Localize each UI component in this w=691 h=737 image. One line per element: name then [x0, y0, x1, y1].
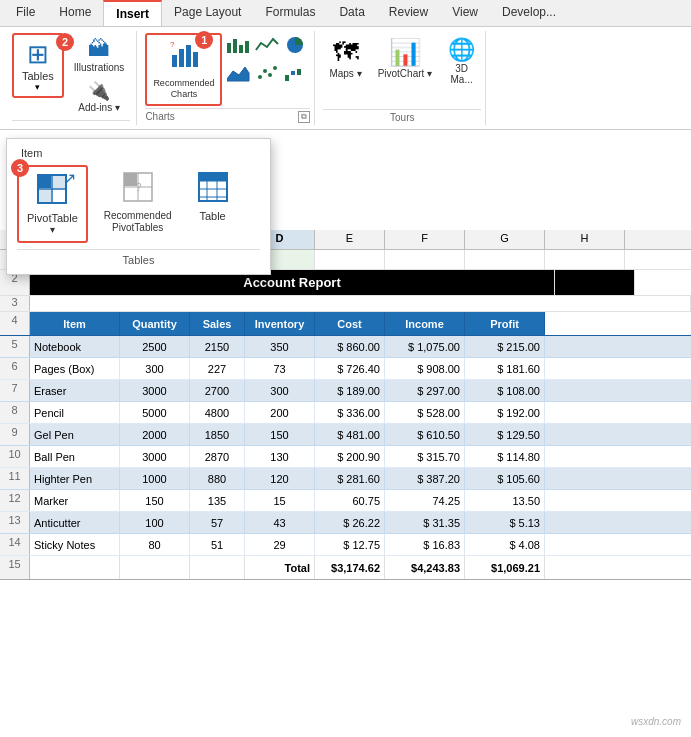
th-item[interactable]: Item: [30, 312, 120, 335]
tab-file[interactable]: File: [4, 0, 47, 26]
area-chart-button[interactable]: [224, 61, 252, 88]
cell-f7[interactable]: $ 297.00: [385, 380, 465, 401]
waterfall-chart-button[interactable]: [282, 61, 310, 88]
cell-a15[interactable]: [30, 556, 120, 579]
cell-b13[interactable]: 100: [120, 512, 190, 533]
cell-f5[interactable]: $ 1,075.00: [385, 336, 465, 357]
cell-a13[interactable]: Anticutter: [30, 512, 120, 533]
tab-review[interactable]: Review: [377, 0, 440, 26]
tab-home[interactable]: Home: [47, 0, 103, 26]
cell-d12[interactable]: 15: [245, 490, 315, 511]
th-income[interactable]: Income: [385, 312, 465, 335]
cell-a12[interactable]: Marker: [30, 490, 120, 511]
cell-a7[interactable]: Eraser: [30, 380, 120, 401]
cell-d7[interactable]: 300: [245, 380, 315, 401]
cell-f8[interactable]: $ 528.00: [385, 402, 465, 423]
tab-page-layout[interactable]: Page Layout: [162, 0, 253, 26]
cell-g6[interactable]: $ 181.60: [465, 358, 545, 379]
cell-e8[interactable]: $ 336.00: [315, 402, 385, 423]
cell-e5[interactable]: $ 860.00: [315, 336, 385, 357]
cell-c9[interactable]: 1850: [190, 424, 245, 445]
illustrations-button[interactable]: 🏔 Illustrations: [68, 33, 131, 76]
cell-a10[interactable]: Ball Pen: [30, 446, 120, 467]
th-inventory[interactable]: Inventory: [245, 312, 315, 335]
cell-g11[interactable]: $ 105.60: [465, 468, 545, 489]
cell-e7[interactable]: $ 189.00: [315, 380, 385, 401]
cell-f13[interactable]: $ 31.35: [385, 512, 465, 533]
cell-b12[interactable]: 150: [120, 490, 190, 511]
cell-g1[interactable]: [465, 250, 545, 269]
cell-b14[interactable]: 80: [120, 534, 190, 555]
cell-c15[interactable]: [190, 556, 245, 579]
cell-f10[interactable]: $ 315.70: [385, 446, 465, 467]
cell-d10[interactable]: 130: [245, 446, 315, 467]
pivot-chart-button[interactable]: 📊 PivotChart ▾: [372, 33, 438, 83]
pie-chart-button[interactable]: [282, 33, 308, 60]
cell-g8[interactable]: $ 192.00: [465, 402, 545, 423]
cell-a8[interactable]: Pencil: [30, 402, 120, 423]
cell-c14[interactable]: 51: [190, 534, 245, 555]
cell-b8[interactable]: 5000: [120, 402, 190, 423]
cell-f6[interactable]: $ 908.00: [385, 358, 465, 379]
cell-c10[interactable]: 2870: [190, 446, 245, 467]
tab-data[interactable]: Data: [327, 0, 376, 26]
cell-f15-total[interactable]: $4,243.83: [385, 556, 465, 579]
cell-d13[interactable]: 43: [245, 512, 315, 533]
cell-d11[interactable]: 120: [245, 468, 315, 489]
cell-g10[interactable]: $ 114.80: [465, 446, 545, 467]
tab-developer[interactable]: Develop...: [490, 0, 568, 26]
th-sales[interactable]: Sales: [190, 312, 245, 335]
cell-f12[interactable]: 74.25: [385, 490, 465, 511]
cell-a5[interactable]: Notebook: [30, 336, 120, 357]
cell-f1[interactable]: [385, 250, 465, 269]
cell-b6[interactable]: 300: [120, 358, 190, 379]
cell-e10[interactable]: $ 200.90: [315, 446, 385, 467]
cell-d15-total[interactable]: Total: [245, 556, 315, 579]
cell-e14[interactable]: $ 12.75: [315, 534, 385, 555]
maps-button[interactable]: 🗺 Maps ▾: [323, 33, 367, 83]
cell-e1[interactable]: [315, 250, 385, 269]
cell-a11[interactable]: Highter Pen: [30, 468, 120, 489]
cell-e15-total[interactable]: $3,174.62: [315, 556, 385, 579]
cell-e13[interactable]: $ 26.22: [315, 512, 385, 533]
bar-chart-button[interactable]: [224, 33, 252, 60]
add-ins-button[interactable]: 🔌 Add-ins ▾: [68, 78, 131, 115]
cell-c6[interactable]: 227: [190, 358, 245, 379]
line-chart-button[interactable]: [253, 33, 281, 60]
tab-view[interactable]: View: [440, 0, 490, 26]
cell-f14[interactable]: $ 16.83: [385, 534, 465, 555]
cell-g14[interactable]: $ 4.08: [465, 534, 545, 555]
cell-e6[interactable]: $ 726.40: [315, 358, 385, 379]
tab-insert[interactable]: Insert: [103, 0, 162, 26]
cell-e9[interactable]: $ 481.00: [315, 424, 385, 445]
th-profit[interactable]: Profit: [465, 312, 545, 335]
recommended-pivot-item[interactable]: ? RecommendedPivotTables: [96, 165, 180, 240]
cell-b5[interactable]: 2500: [120, 336, 190, 357]
cell-g13[interactable]: $ 5.13: [465, 512, 545, 533]
cell-d8[interactable]: 200: [245, 402, 315, 423]
table-item[interactable]: Table: [188, 165, 238, 228]
cell-g15-total[interactable]: $1,069.21: [465, 556, 545, 579]
cell-c12[interactable]: 135: [190, 490, 245, 511]
cell-b15[interactable]: [120, 556, 190, 579]
cell-c13[interactable]: 57: [190, 512, 245, 533]
cell-g9[interactable]: $ 129.50: [465, 424, 545, 445]
cell-b9[interactable]: 2000: [120, 424, 190, 445]
cell-a6[interactable]: Pages (Box): [30, 358, 120, 379]
cell-f11[interactable]: $ 387.20: [385, 468, 465, 489]
cell-e12[interactable]: 60.75: [315, 490, 385, 511]
cell-h2[interactable]: [555, 270, 635, 295]
cell-b11[interactable]: 1000: [120, 468, 190, 489]
cell-d6[interactable]: 73: [245, 358, 315, 379]
th-quantity[interactable]: Quantity: [120, 312, 190, 335]
cell-d9[interactable]: 150: [245, 424, 315, 445]
cell-c11[interactable]: 880: [190, 468, 245, 489]
pivot-table-item[interactable]: ↗ PivotTable ▾ 3: [17, 165, 88, 243]
th-cost[interactable]: Cost: [315, 312, 385, 335]
cell-b10[interactable]: 3000: [120, 446, 190, 467]
cell-f9[interactable]: $ 610.50: [385, 424, 465, 445]
cell-d14[interactable]: 29: [245, 534, 315, 555]
cell-d5[interactable]: 350: [245, 336, 315, 357]
scatter-chart-button[interactable]: [253, 61, 281, 88]
cell-b7[interactable]: 3000: [120, 380, 190, 401]
